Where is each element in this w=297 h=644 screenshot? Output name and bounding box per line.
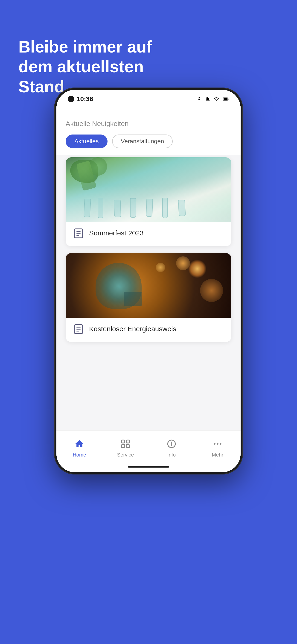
grid-icon <box>119 438 132 450</box>
card-energieausweis[interactable]: Kostenloser Energieausweis <box>66 253 232 342</box>
section-title: Aktuelle Neuigkeiten <box>56 120 240 134</box>
card-sommerfest-title: Sommerfest 2023 <box>89 227 144 237</box>
home-indicator <box>56 462 240 472</box>
status-icons <box>196 96 229 102</box>
article-icon-energieausweis <box>72 323 84 335</box>
nav-service-label: Service <box>117 452 134 458</box>
nav-home[interactable]: Home <box>56 438 102 458</box>
status-bar: 10:36 <box>56 90 240 106</box>
svg-rect-3 <box>228 98 228 100</box>
nav-mehr[interactable]: Mehr <box>194 438 240 458</box>
home-bar <box>128 466 169 468</box>
card-sommerfest-body: Sommerfest 2023 <box>66 222 232 246</box>
svg-rect-15 <box>126 444 130 448</box>
phone-screen: 10:36 <box>56 90 240 472</box>
bell-mute-icon <box>205 96 210 102</box>
card-energieausweis-body: Kostenloser Energieausweis <box>66 318 232 342</box>
card-sommerfest[interactable]: Sommerfest 2023 <box>66 157 232 246</box>
svg-point-21 <box>220 443 221 444</box>
svg-rect-13 <box>126 440 130 443</box>
tab-aktuelles[interactable]: Aktuelles <box>66 134 108 148</box>
svg-rect-2 <box>224 98 227 100</box>
filter-tabs: Aktuelles Veranstaltungen <box>56 134 240 155</box>
card-energieausweis-image <box>66 253 232 318</box>
home-icon <box>73 438 86 450</box>
card-sommerfest-image <box>66 157 232 222</box>
phone-mockup: 10:36 <box>54 88 243 474</box>
bottom-nav: Home Service <box>56 430 240 462</box>
nav-service[interactable]: Service <box>102 438 148 458</box>
article-icon-sommerfest <box>72 227 84 239</box>
app-content: Aktuelle Neuigkeiten Aktuelles Veranstal… <box>56 106 240 430</box>
camera-icon <box>68 96 74 102</box>
card-list: Sommerfest 2023 <box>56 155 240 430</box>
more-icon <box>211 438 224 450</box>
wifi-icon <box>214 96 219 102</box>
info-circle-icon <box>165 438 178 450</box>
nav-info[interactable]: Info <box>148 438 194 458</box>
nav-mehr-label: Mehr <box>212 452 223 458</box>
svg-point-19 <box>214 443 216 444</box>
battery-icon <box>223 96 229 102</box>
svg-rect-14 <box>122 444 125 448</box>
svg-rect-12 <box>122 440 125 443</box>
nav-home-label: Home <box>73 452 86 458</box>
status-time: 10:36 <box>68 95 93 103</box>
bluetooth-icon <box>196 96 202 102</box>
tab-veranstaltungen[interactable]: Veranstaltungen <box>112 134 173 148</box>
svg-point-20 <box>217 443 218 444</box>
nav-info-label: Info <box>168 452 176 458</box>
card-energieausweis-title: Kostenloser Energieausweis <box>89 323 176 333</box>
